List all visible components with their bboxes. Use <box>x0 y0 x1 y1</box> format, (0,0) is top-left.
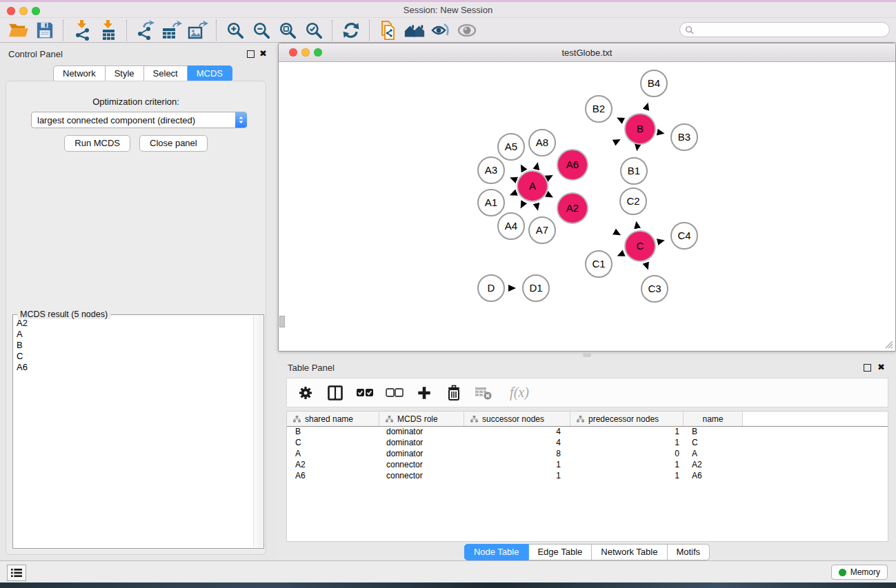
zoom-fit-button[interactable] <box>275 19 301 41</box>
save-session-button[interactable] <box>32 19 58 41</box>
graph-edge-B-B4[interactable] <box>645 103 648 113</box>
graph-edge-A-A2[interactable] <box>547 194 552 197</box>
network-window-titlebar[interactable]: testGlobe.txt <box>279 43 895 62</box>
graph-edge-C-C1[interactable] <box>618 253 625 256</box>
graph-node-B2[interactable]: B2 <box>585 95 613 123</box>
table-row[interactable]: Bdominator41B <box>287 427 888 438</box>
column-header-mcds-role[interactable]: MCDS role <box>379 412 464 426</box>
close-panel-button[interactable]: Close panel <box>139 135 208 152</box>
graph-node-A7[interactable]: A7 <box>528 216 556 244</box>
graph-node-B[interactable]: B <box>624 113 656 145</box>
graph-edge-A-A4[interactable] <box>521 201 525 207</box>
close-panel-icon[interactable]: ✖ <box>259 50 267 57</box>
tab-edge-table[interactable]: Edge Table <box>528 544 592 560</box>
graph-edge-C-C3[interactable] <box>646 262 648 270</box>
graph-node-C[interactable]: C <box>624 230 656 262</box>
table-row[interactable]: A6connector11A6 <box>287 471 888 482</box>
zoom-out-button[interactable] <box>248 19 275 41</box>
graph-node-C1[interactable]: C1 <box>585 250 613 278</box>
column-header-predecessor-nodes[interactable]: predecessor nodes <box>570 412 684 426</box>
graph-edge-C-C4[interactable] <box>656 241 664 243</box>
create-column-button[interactable] <box>412 381 436 405</box>
close-panel-icon[interactable]: ✖ <box>877 364 885 371</box>
criterion-select[interactable]: largest connected component (directed) <box>31 112 247 128</box>
tab-style[interactable]: Style <box>106 65 144 82</box>
tab-node-table[interactable]: Node Table <box>464 544 529 560</box>
table-row[interactable]: A2connector11A2 <box>287 460 888 471</box>
graph-node-B3[interactable]: B3 <box>670 123 698 151</box>
tab-motifs[interactable]: Motifs <box>667 544 710 560</box>
column-header-shared-name[interactable]: shared name <box>287 412 379 426</box>
table-row[interactable]: Adominator80A <box>287 449 888 460</box>
search-box[interactable] <box>679 22 890 37</box>
table-settings-button[interactable] <box>294 381 317 405</box>
graph-node-A5[interactable]: A5 <box>497 133 525 161</box>
graph-edge-A-A5[interactable] <box>521 165 524 172</box>
task-history-button[interactable] <box>7 565 26 581</box>
graph-node-A6[interactable]: A6 <box>557 149 588 181</box>
tab-network[interactable]: Network <box>53 65 106 82</box>
graph-edge-A-A6[interactable] <box>547 176 552 179</box>
column-header-successor-nodes[interactable]: successor nodes <box>464 412 570 426</box>
memory-button[interactable]: Memory <box>831 565 888 580</box>
mcds-result-item[interactable]: A2 <box>17 318 253 329</box>
graph-node-A4[interactable]: A4 <box>497 212 525 240</box>
graph-edge-B-B3[interactable] <box>657 132 664 133</box>
graph-edge-C-C2[interactable] <box>637 222 638 230</box>
export-table-button[interactable] <box>159 19 185 41</box>
graph-node-A2[interactable]: A2 <box>557 192 588 224</box>
graph-node-D[interactable]: D <box>477 274 505 302</box>
open-file-button[interactable] <box>6 19 32 41</box>
graph-edge-B-B1[interactable] <box>637 145 637 151</box>
graph-node-D1[interactable]: D1 <box>522 274 550 302</box>
graph-edge-A-A1[interactable] <box>510 192 517 195</box>
run-mcds-button[interactable]: Run MCDS <box>64 135 130 152</box>
tab-network-table[interactable]: Network Table <box>592 544 667 560</box>
graph-edge-A-A3[interactable] <box>510 178 517 181</box>
resize-grip-icon[interactable] <box>884 340 893 349</box>
float-panel-icon[interactable] <box>247 50 255 58</box>
graph-node-A1[interactable]: A1 <box>477 189 505 216</box>
birds-eye-view-button[interactable] <box>454 19 480 41</box>
delete-table-button[interactable] <box>472 381 495 405</box>
splitter-handle[interactable] <box>583 353 591 357</box>
mcds-result-item[interactable]: B <box>17 340 253 351</box>
table-row[interactable]: Cdominator41C <box>287 438 888 449</box>
mcds-result-list[interactable]: A2ABCA6 <box>14 318 253 547</box>
import-network-button[interactable] <box>69 19 95 41</box>
zoom-selected-button[interactable] <box>301 19 327 41</box>
column-header-name[interactable]: name <box>684 412 743 426</box>
graph-edge-A-A7[interactable] <box>536 202 537 210</box>
zoom-in-button[interactable] <box>222 19 248 41</box>
export-network-button[interactable] <box>132 19 159 41</box>
deselect-all-columns-button[interactable] <box>383 381 406 405</box>
clone-network-button[interactable] <box>375 19 401 41</box>
import-table-button[interactable] <box>95 19 121 41</box>
mcds-result-item[interactable]: C <box>17 351 253 362</box>
select-all-columns-button[interactable] <box>353 381 377 405</box>
export-image-button[interactable] <box>185 19 211 41</box>
graph-edge-A-A8[interactable] <box>536 163 537 170</box>
mcds-result-item[interactable]: A6 <box>17 362 253 373</box>
graph-node-A3[interactable]: A3 <box>477 156 505 184</box>
delete-column-button[interactable] <box>442 381 466 405</box>
float-panel-icon[interactable] <box>864 364 871 372</box>
toggle-graphics-details-button[interactable] <box>428 19 454 41</box>
graph-edge-A6-B[interactable] <box>587 139 620 156</box>
search-input[interactable] <box>694 23 889 36</box>
show-column-panel-button[interactable] <box>323 381 347 405</box>
canvas-scrollbar-thumb[interactable] <box>279 316 285 327</box>
graph-node-A[interactable]: A <box>517 170 548 202</box>
mcds-result-scrollbar[interactable] <box>253 316 263 547</box>
home-button[interactable] <box>401 19 428 41</box>
graph-node-C3[interactable]: C3 <box>641 275 668 303</box>
graph-edge-B-B2[interactable] <box>617 118 625 122</box>
tab-mcds[interactable]: MCDS <box>188 65 232 82</box>
graph-node-B1[interactable]: B1 <box>620 157 648 185</box>
graph-node-A8[interactable]: A8 <box>528 129 556 156</box>
function-builder-button[interactable]: f(x) <box>501 381 537 405</box>
graph-node-C2[interactable]: C2 <box>619 187 647 215</box>
graph-node-B4[interactable]: B4 <box>640 70 668 97</box>
graph-node-C4[interactable]: C4 <box>670 222 698 250</box>
mcds-result-item[interactable]: A <box>17 329 253 340</box>
